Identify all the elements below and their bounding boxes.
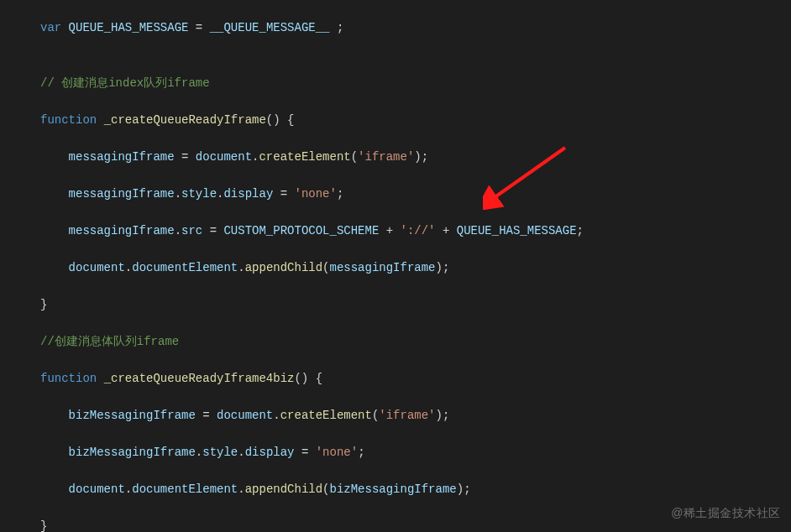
code-line: var QUEUE_HAS_MESSAGE = __QUEUE_MESSAGE_…: [40, 18, 791, 37]
code-line: messagingIframe = document.createElement…: [40, 148, 791, 166]
code-line: document.documentElement.appendChild(biz…: [40, 480, 791, 498]
code-line: //创建消息体队列iframe: [40, 332, 791, 351]
code-line: messagingIframe.style.display = 'none';: [40, 185, 791, 203]
code-line: bizMessagingIframe.style.display = 'none…: [40, 443, 791, 462]
code-line: function _createQueueReadyIframe() {: [40, 111, 791, 129]
watermark-text: @稀土掘金技术社区: [671, 503, 781, 522]
code-line: // 创建消息index队列iframe: [40, 74, 791, 92]
code-editor-area[interactable]: var QUEUE_HAS_MESSAGE = __QUEUE_MESSAGE_…: [0, 0, 791, 532]
code-line: function _createQueueReadyIframe4biz() {: [40, 369, 791, 388]
code-line: messagingIframe.src = CUSTOM_PROTOCOL_SC…: [40, 222, 791, 240]
code-line: bizMessagingIframe = document.createElem…: [40, 406, 791, 425]
code-line: document.documentElement.appendChild(mes…: [40, 258, 791, 277]
code-line: }: [40, 295, 791, 314]
